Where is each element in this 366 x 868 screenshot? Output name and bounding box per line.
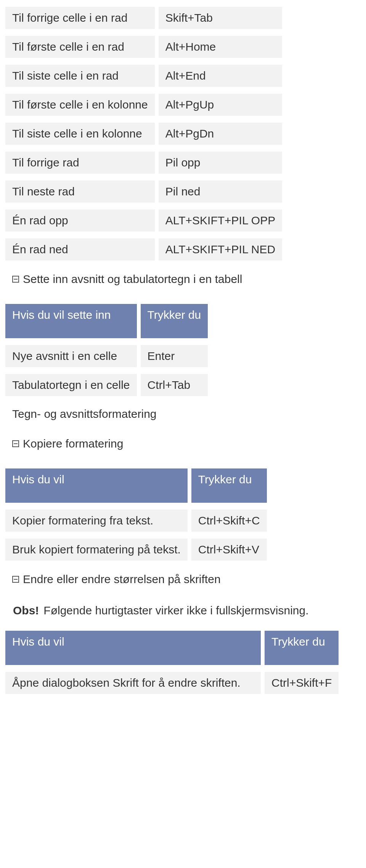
cell-key: Enter bbox=[141, 345, 208, 367]
note-line: Obs!Følgende hurtigtaster virker ikke i … bbox=[0, 604, 366, 617]
table-row: Til neste radPil ned bbox=[5, 181, 282, 203]
collapse-icon bbox=[12, 576, 19, 583]
cell-key: Ctrl+Tab bbox=[141, 374, 208, 396]
table-header-row: Hvis du vil Trykker du bbox=[5, 631, 339, 665]
header-key: Trykker du bbox=[141, 304, 208, 338]
cell-action: Til siste celle i en kolonne bbox=[5, 123, 155, 145]
header-key: Trykker du bbox=[265, 631, 339, 665]
cell-action: Én rad opp bbox=[5, 209, 155, 232]
table-row: Til siste celle i en radAlt+End bbox=[5, 65, 282, 87]
table-row: Til siste celle i en kolonneAlt+PgDn bbox=[5, 123, 282, 145]
header-key: Trykker du bbox=[191, 468, 267, 503]
cell-action: Til forrige rad bbox=[5, 152, 155, 174]
section-heading: Sette inn avsnitt og tabulatortegn i en … bbox=[5, 267, 282, 290]
table-row: Nye avsnitt i en celleEnter bbox=[5, 345, 208, 367]
cell-key: Pil ned bbox=[159, 181, 282, 203]
cell-key: Skift+Tab bbox=[159, 7, 282, 29]
table-row: Bruk kopiert formatering på tekst.Ctrl+S… bbox=[5, 539, 267, 561]
cell-action: Åpne dialogboksen Skrift for å endre skr… bbox=[5, 672, 261, 694]
cell-key: Ctrl+Skift+F bbox=[265, 672, 339, 694]
cell-key: ALT+SKIFT+PIL OPP bbox=[159, 209, 282, 232]
cell-action: Til første celle i en rad bbox=[5, 36, 155, 58]
heading-formatting: Tegn- og avsnittsformatering bbox=[5, 403, 208, 425]
table-row: Åpne dialogboksen Skrift for å endre skr… bbox=[5, 672, 339, 694]
table-row: Tabulatortegn i en celleCtrl+Tab bbox=[5, 374, 208, 396]
table-copy-formatting: Hvis du vil Trykker du Kopier formaterin… bbox=[2, 462, 271, 597]
cell-action: Nye avsnitt i en celle bbox=[5, 345, 137, 367]
cell-action: Kopier formatering fra tekst. bbox=[5, 510, 188, 532]
table-row: Til første celle i en kolonneAlt+PgUp bbox=[5, 94, 282, 116]
section-heading: Kopiere formatering bbox=[5, 432, 208, 455]
table-navigation: Til forrige celle i en radSkift+Tab Til … bbox=[2, 0, 286, 297]
note-label: Obs! bbox=[13, 604, 39, 617]
table-row: Til første celle i en radAlt+Home bbox=[5, 36, 282, 58]
cell-key: Pil opp bbox=[159, 152, 282, 174]
table-row: Én rad oppALT+SKIFT+PIL OPP bbox=[5, 209, 282, 232]
table-insert: Hvis du vil sette inn Trykker du Nye avs… bbox=[2, 297, 212, 462]
cell-action: Én rad ned bbox=[5, 238, 155, 261]
section-title: Endre eller endre størrelsen på skriften bbox=[23, 573, 221, 585]
cell-action: Til forrige celle i en rad bbox=[5, 7, 155, 29]
cell-key: ALT+SKIFT+PIL NED bbox=[159, 238, 282, 261]
section-heading-row: Kopiere formatering bbox=[5, 432, 208, 455]
table-header-row: Hvis du vil sette inn Trykker du bbox=[5, 304, 208, 338]
cell-action: Til neste rad bbox=[5, 181, 155, 203]
cell-key: Ctrl+Skift+C bbox=[191, 510, 267, 532]
header-action: Hvis du vil sette inn bbox=[5, 304, 137, 338]
section-heading: Endre eller endre størrelsen på skriften bbox=[5, 567, 267, 590]
table-row: Til forrige radPil opp bbox=[5, 152, 282, 174]
cell-action: Tabulatortegn i en celle bbox=[5, 374, 137, 396]
cell-action: Bruk kopiert formatering på tekst. bbox=[5, 539, 188, 561]
section-title: Sette inn avsnitt og tabulatortegn i en … bbox=[23, 273, 242, 285]
note-text: Følgende hurtigtaster virker ikke i full… bbox=[43, 604, 308, 617]
table-row: Én rad nedALT+SKIFT+PIL NED bbox=[5, 238, 282, 261]
cell-key: Alt+PgUp bbox=[159, 94, 282, 116]
collapse-icon bbox=[12, 276, 19, 283]
table-font: Hvis du vil Trykker du Åpne dialogboksen… bbox=[2, 624, 342, 701]
cell-key: Alt+Home bbox=[159, 36, 282, 58]
collapse-icon bbox=[12, 440, 19, 447]
document: Til forrige celle i en radSkift+Tab Til … bbox=[0, 0, 366, 701]
cell-key: Ctrl+Skift+V bbox=[191, 539, 267, 561]
cell-action: Til første celle i en kolonne bbox=[5, 94, 155, 116]
cell-key: Alt+End bbox=[159, 65, 282, 87]
table-header-row: Hvis du vil Trykker du bbox=[5, 468, 267, 503]
table-row: Til forrige celle i en radSkift+Tab bbox=[5, 7, 282, 29]
header-action: Hvis du vil bbox=[5, 468, 188, 503]
header-action: Hvis du vil bbox=[5, 631, 261, 665]
cell-action: Til siste celle i en rad bbox=[5, 65, 155, 87]
heading-row: Tegn- og avsnittsformatering bbox=[5, 403, 208, 425]
table-row: Kopier formatering fra tekst.Ctrl+Skift+… bbox=[5, 510, 267, 532]
cell-key: Alt+PgDn bbox=[159, 123, 282, 145]
section-heading-row: Endre eller endre størrelsen på skriften bbox=[5, 567, 267, 590]
section-heading-row: Sette inn avsnitt og tabulatortegn i en … bbox=[5, 267, 282, 290]
section-title: Kopiere formatering bbox=[23, 437, 123, 450]
